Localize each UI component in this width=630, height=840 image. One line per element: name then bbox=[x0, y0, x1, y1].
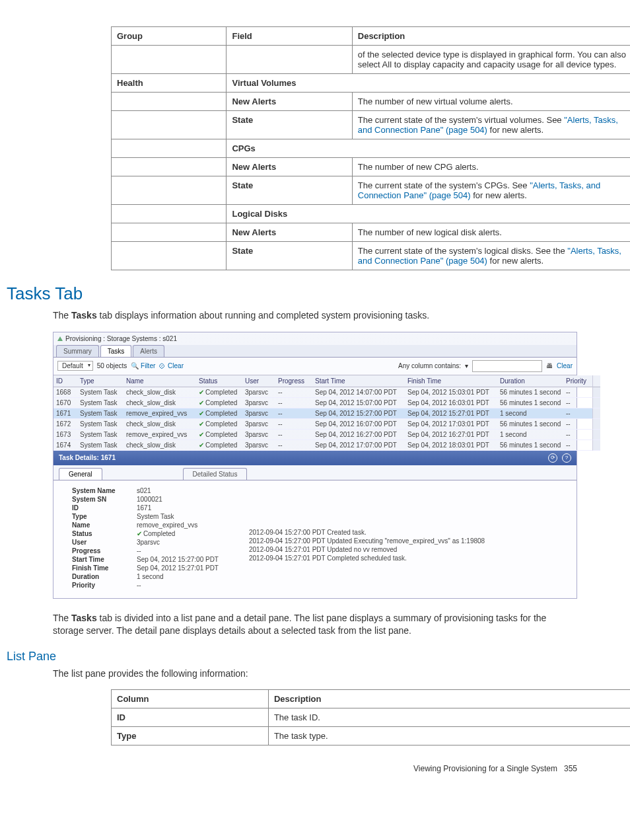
grid-cell[interactable]: System Task bbox=[77, 398, 123, 408]
tab-tasks[interactable]: Tasks bbox=[100, 345, 132, 357]
column-header[interactable]: Duration bbox=[497, 375, 563, 387]
grid-cell[interactable]: System Task bbox=[77, 419, 123, 430]
view-dropdown[interactable]: Default bbox=[57, 361, 93, 371]
detail-value: -- bbox=[137, 547, 236, 554]
grid-cell[interactable]: ✔Completed bbox=[196, 419, 242, 430]
column-header[interactable]: Name bbox=[123, 375, 196, 387]
column-header[interactable]: Progress bbox=[275, 375, 312, 387]
grid-cell[interactable]: 3parsvc bbox=[242, 440, 275, 451]
grid-cell[interactable]: ✔Completed bbox=[196, 398, 242, 408]
breadcrumb: Provisioning : Storage Systems : s021 bbox=[53, 332, 577, 345]
tab-alerts[interactable]: Alerts bbox=[133, 345, 164, 357]
detail-key: Finish Time bbox=[72, 564, 131, 572]
grid-cell[interactable]: 3parsvc bbox=[242, 398, 275, 408]
detail-value: s021 bbox=[137, 487, 236, 494]
column-header[interactable]: Start Time bbox=[312, 375, 405, 387]
grid-cell[interactable]: -- bbox=[563, 398, 592, 408]
col-group: Group bbox=[112, 27, 227, 46]
scrollbar[interactable] bbox=[592, 375, 600, 387]
grid-cell[interactable]: check_slow_disk bbox=[123, 398, 196, 408]
grid-cell[interactable]: -- bbox=[563, 408, 592, 419]
log-line: 2012-09-04 15:27:00 PDT Created task. bbox=[249, 528, 485, 537]
grid-cell[interactable]: System Task bbox=[77, 387, 123, 398]
help-icon[interactable]: ? bbox=[562, 453, 571, 463]
grid-cell[interactable]: Sep 04, 2012 15:27:00 PDT bbox=[312, 408, 405, 419]
clear-icon: ⛒ bbox=[159, 362, 166, 369]
check-icon: ✔ bbox=[199, 410, 204, 417]
grid-cell[interactable]: Sep 04, 2012 15:07:00 PDT bbox=[312, 398, 405, 408]
grid-cell[interactable]: 56 minutes 1 second bbox=[497, 419, 563, 430]
grid-cell[interactable]: -- bbox=[275, 387, 312, 398]
tab-summary[interactable]: Summary bbox=[56, 345, 99, 357]
grid-cell[interactable]: 56 minutes 1 second bbox=[497, 398, 563, 408]
grid-cell[interactable]: check_slow_disk bbox=[123, 387, 196, 398]
column-header[interactable]: User bbox=[242, 375, 275, 387]
grid-cell[interactable]: Sep 04, 2012 17:07:00 PDT bbox=[312, 440, 405, 451]
table-row: of the selected device type is displayed… bbox=[112, 46, 631, 74]
object-count: 50 objects bbox=[97, 362, 127, 369]
detail-value: 1000021 bbox=[137, 496, 236, 503]
column-header[interactable]: ID bbox=[53, 375, 77, 387]
grid-cell[interactable]: -- bbox=[563, 419, 592, 430]
detail-value: 1 second bbox=[137, 573, 236, 580]
grid-cell[interactable]: ✔Completed bbox=[196, 387, 242, 398]
grid-cell[interactable]: Sep 04, 2012 16:27:01 PDT bbox=[405, 430, 497, 440]
grid-cell[interactable]: -- bbox=[275, 419, 312, 430]
grid-cell[interactable]: 1670 bbox=[53, 398, 77, 408]
grid-cell[interactable]: 3parsvc bbox=[242, 387, 275, 398]
grid-cell[interactable]: Sep 04, 2012 16:07:00 PDT bbox=[312, 419, 405, 430]
grid-cell[interactable]: 3parsvc bbox=[242, 419, 275, 430]
grid-cell[interactable]: ✔Completed bbox=[196, 408, 242, 419]
column-header[interactable]: Priority bbox=[563, 375, 592, 387]
grid-cell[interactable]: 1673 bbox=[53, 430, 77, 440]
grid-cell[interactable]: Sep 04, 2012 16:27:00 PDT bbox=[312, 430, 405, 440]
grid-cell[interactable]: -- bbox=[275, 408, 312, 419]
search-input[interactable] bbox=[472, 360, 542, 372]
grid-cell[interactable]: 56 minutes 1 second bbox=[497, 387, 563, 398]
grid-cell[interactable]: 1672 bbox=[53, 419, 77, 430]
grid-cell[interactable]: Sep 04, 2012 14:07:00 PDT bbox=[312, 387, 405, 398]
grid-cell[interactable]: -- bbox=[563, 387, 592, 398]
tab-detailed-status[interactable]: Detailed Status bbox=[183, 468, 248, 480]
column-header[interactable]: Type bbox=[77, 375, 123, 387]
grid-cell[interactable]: -- bbox=[563, 440, 592, 451]
grid-cell[interactable]: 1 second bbox=[497, 430, 563, 440]
filter-link[interactable]: 🔍 Filter bbox=[131, 362, 155, 369]
grid-cell[interactable]: Sep 04, 2012 18:03:01 PDT bbox=[405, 440, 497, 451]
grid-cell[interactable]: 1674 bbox=[53, 440, 77, 451]
grid-cell[interactable]: System Task bbox=[77, 440, 123, 451]
grid-cell[interactable]: remove_expired_vvs bbox=[123, 408, 196, 419]
tab-general[interactable]: General bbox=[59, 468, 102, 480]
grid-cell[interactable]: 3parsvc bbox=[242, 408, 275, 419]
grid-cell[interactable]: 3parsvc bbox=[242, 430, 275, 440]
grid-cell[interactable]: Sep 04, 2012 15:27:01 PDT bbox=[405, 408, 497, 419]
clear-search-link[interactable]: Clear bbox=[557, 362, 573, 369]
grid-cell[interactable]: 1 second bbox=[497, 408, 563, 419]
grid-cell[interactable]: ✔Completed bbox=[196, 430, 242, 440]
column-header[interactable]: Finish Time bbox=[405, 375, 497, 387]
grid-cell[interactable]: 1671 bbox=[53, 408, 77, 419]
grid-cell[interactable]: Sep 04, 2012 17:03:01 PDT bbox=[405, 419, 497, 430]
grid-cell[interactable]: Sep 04, 2012 15:03:01 PDT bbox=[405, 387, 497, 398]
grid-cell[interactable]: ✔Completed bbox=[196, 440, 242, 451]
grid-cell[interactable]: check_slow_disk bbox=[123, 419, 196, 430]
grid-cell[interactable]: -- bbox=[275, 440, 312, 451]
grid-cell[interactable]: 56 minutes 1 second bbox=[497, 440, 563, 451]
grid-cell[interactable]: remove_expired_vvs bbox=[123, 430, 196, 440]
grid-cell[interactable]: -- bbox=[563, 430, 592, 440]
table-row: TypeThe task type. bbox=[112, 727, 631, 745]
detail-key: Status bbox=[72, 530, 131, 537]
grid-cell[interactable]: Sep 04, 2012 16:03:01 PDT bbox=[405, 398, 497, 408]
grid-cell[interactable]: System Task bbox=[77, 408, 123, 419]
detail-tab-bar: General Detailed Status bbox=[53, 465, 577, 480]
print-icon[interactable]: 🖶 bbox=[546, 362, 553, 369]
table-row: StateThe current state of the system's v… bbox=[112, 111, 631, 139]
column-header[interactable]: Status bbox=[196, 375, 242, 387]
grid-cell[interactable]: check_slow_disk bbox=[123, 440, 196, 451]
grid-cell[interactable]: -- bbox=[275, 398, 312, 408]
clear-filter-link[interactable]: ⛒ Clear bbox=[159, 362, 184, 369]
grid-cell[interactable]: 1668 bbox=[53, 387, 77, 398]
grid-cell[interactable]: System Task bbox=[77, 430, 123, 440]
refresh-icon[interactable]: ⟳ bbox=[548, 453, 557, 463]
grid-cell[interactable]: -- bbox=[275, 430, 312, 440]
